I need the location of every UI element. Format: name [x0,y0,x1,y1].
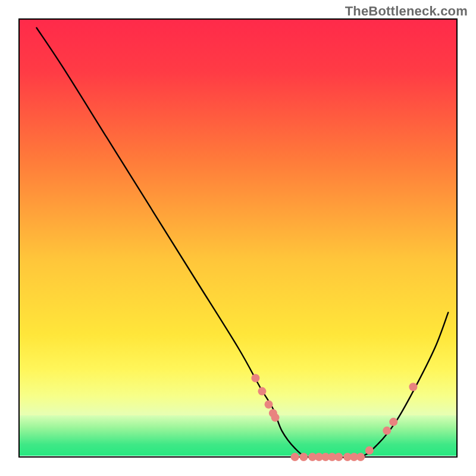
curve-marker [383,427,391,435]
plot-area [19,19,457,461]
chart-stage: TheBottleneck.com [0,0,476,476]
curve-marker [258,387,266,396]
curve-marker [299,453,308,461]
curve-marker [409,383,417,391]
curve-marker [265,400,273,409]
curve-marker [334,453,343,461]
watermark-label: TheBottleneck.com [345,4,468,19]
curve-marker [389,418,397,426]
heat-background [19,19,457,457]
curve-marker [365,446,374,455]
curve-marker [291,453,299,461]
bottleneck-chart [0,0,476,476]
curve-marker [356,453,365,461]
curve-marker [271,414,280,422]
curve-marker [251,374,259,383]
